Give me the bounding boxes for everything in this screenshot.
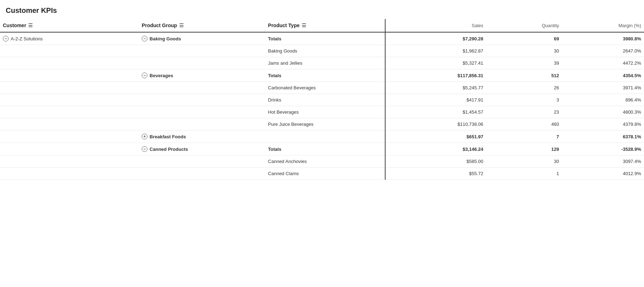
margin-cell: 2647.0% (562, 45, 644, 57)
product-group-name: Canned Products (150, 147, 188, 152)
customer-cell-empty (0, 155, 139, 168)
product-type-cell: Totals (265, 69, 385, 82)
product-type-cell: Carbonated Beverages (265, 82, 385, 94)
margin-cell: 6378.1% (562, 130, 644, 143)
margin-cell: 4379.8% (562, 118, 644, 130)
table-container: Customer ☰ Product Group ☰ Product Type … (0, 19, 644, 180)
product-type-cell: Canned Clams (265, 168, 385, 180)
product-group-name: Breakfast Foods (150, 134, 186, 139)
margin-cell: 3971.4% (562, 82, 644, 94)
product-group-cell-empty (139, 45, 265, 57)
product-group-cell: + Breakfast Foods (139, 130, 265, 143)
product-type-cell: Totals (265, 143, 385, 155)
quantity-cell: 26 (486, 82, 562, 94)
product-type-menu-icon[interactable]: ☰ (302, 23, 306, 28)
quantity-cell: 23 (486, 106, 562, 118)
table-row: Drinks $417.91 3 896.4% (0, 94, 644, 106)
product-group-cell-empty (139, 82, 265, 94)
header-product-type: Product Type ☰ (265, 19, 385, 32)
customer-name-cell: − A-2-Z Solutions (0, 32, 139, 45)
quantity-cell: 30 (486, 45, 562, 57)
header-product-group: Product Group ☰ (139, 19, 265, 32)
header-sales: Sales (385, 19, 486, 32)
customer-row: − A-2-Z Solutions − Baking Goods Totals … (0, 32, 644, 45)
margin-cell: 3097.4% (562, 155, 644, 168)
sales-cell: $651.97 (385, 130, 486, 143)
collapse-icon[interactable]: − (142, 36, 147, 41)
sales-cell: $7,290.28 (385, 32, 486, 45)
customer-menu-icon[interactable]: ☰ (28, 23, 33, 28)
quantity-cell: 39 (486, 57, 562, 69)
margin-cell: 4012.9% (562, 168, 644, 180)
customer-cell-empty (0, 82, 139, 94)
sales-cell: $585.00 (385, 155, 486, 168)
table-row: Hot Beverages $1,454.57 23 4800.3% (0, 106, 644, 118)
product-group-menu-icon[interactable]: ☰ (179, 23, 184, 28)
product-group-row: − Canned Products Totals $3,146.24 129 -… (0, 143, 644, 155)
product-type-cell: Drinks (265, 94, 385, 106)
margin-cell: -3528.9% (562, 143, 644, 155)
margin-cell: 896.4% (562, 94, 644, 106)
quantity-cell: 129 (486, 143, 562, 155)
table-row: Canned Anchovies $585.00 30 3097.4% (0, 155, 644, 168)
product-group-cell-empty (139, 118, 265, 130)
table-row: Canned Clams $55.72 1 4012.9% (0, 168, 644, 180)
sales-cell: $110,738.06 (385, 118, 486, 130)
product-type-cell: Baking Goods (265, 45, 385, 57)
product-group-cell-empty (139, 57, 265, 69)
header-customer: Customer ☰ (0, 19, 139, 32)
customer-cell-empty (0, 106, 139, 118)
product-group-cell-empty (139, 106, 265, 118)
expand-icon[interactable]: + (142, 134, 147, 139)
sales-cell: $5,327.41 (385, 57, 486, 69)
collapse-icon[interactable]: − (3, 36, 9, 41)
customer-cell-empty (0, 168, 139, 180)
product-group-cell-empty (139, 155, 265, 168)
product-type-cell: Totals (265, 32, 385, 45)
page-title: Customer KPIs (0, 0, 644, 19)
sales-cell: $1,962.87 (385, 45, 486, 57)
kpi-table: Customer ☰ Product Group ☰ Product Type … (0, 19, 644, 180)
table-row: Pure Juice Beverages $110,738.06 460 437… (0, 118, 644, 130)
quantity-cell: 460 (486, 118, 562, 130)
customer-name: A-2-Z Solutions (11, 36, 43, 41)
header-margin: Margin (%) (562, 19, 644, 32)
sales-cell: $1,454.57 (385, 106, 486, 118)
product-group-row: − Beverages Totals $117,856.31 512 4354.… (0, 69, 644, 82)
collapse-icon[interactable]: − (142, 73, 147, 78)
product-type-cell: Jams and Jellies (265, 57, 385, 69)
sales-cell: $417.91 (385, 94, 486, 106)
customer-cell-empty (0, 118, 139, 130)
margin-cell: 4354.5% (562, 69, 644, 82)
product-group-cell: − Baking Goods (139, 32, 265, 45)
table-row: Jams and Jellies $5,327.41 39 4472.2% (0, 57, 644, 69)
margin-cell: 3980.8% (562, 32, 644, 45)
margin-cell: 4472.2% (562, 57, 644, 69)
sales-cell: $3,146.24 (385, 143, 486, 155)
product-type-cell: Pure Juice Beverages (265, 118, 385, 130)
quantity-cell: 69 (486, 32, 562, 45)
table-row: Baking Goods $1,962.87 30 2647.0% (0, 45, 644, 57)
product-group-name: Baking Goods (150, 36, 181, 41)
margin-cell: 4800.3% (562, 106, 644, 118)
customer-cell-empty (0, 130, 139, 143)
product-type-cell: Hot Beverages (265, 106, 385, 118)
quantity-cell: 3 (486, 94, 562, 106)
sales-cell: $117,856.31 (385, 69, 486, 82)
product-group-cell-empty (139, 168, 265, 180)
header-quantity: Quantity (486, 19, 562, 32)
product-type-cell: Canned Anchovies (265, 155, 385, 168)
sales-cell: $5,245.77 (385, 82, 486, 94)
customer-cell-empty (0, 45, 139, 57)
quantity-cell: 30 (486, 155, 562, 168)
customer-cell-empty (0, 57, 139, 69)
customer-cell-empty (0, 69, 139, 82)
quantity-cell: 1 (486, 168, 562, 180)
customer-cell-empty (0, 94, 139, 106)
quantity-cell: 7 (486, 130, 562, 143)
product-group-cell: − Beverages (139, 69, 265, 82)
collapse-icon[interactable]: − (142, 146, 147, 152)
customer-cell-empty (0, 143, 139, 155)
table-row: Carbonated Beverages $5,245.77 26 3971.4… (0, 82, 644, 94)
quantity-cell: 512 (486, 69, 562, 82)
